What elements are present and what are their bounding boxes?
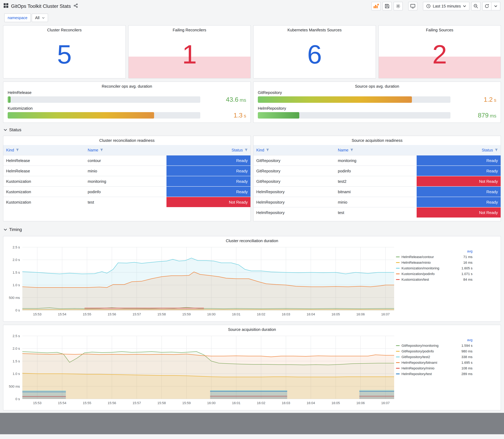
legend-item[interactable]: HelmRepository/minio 108 ms xyxy=(396,366,472,371)
table-row: HelmRelease minio Ready xyxy=(3,166,250,176)
status-badge: Not Ready xyxy=(417,207,501,218)
filter-icon[interactable] xyxy=(245,148,248,152)
legend-header: avg xyxy=(396,248,472,254)
dashboard-settings-button[interactable] xyxy=(393,2,403,10)
gear-icon xyxy=(396,4,400,8)
svg-text:16:00: 16:00 xyxy=(207,401,216,405)
refresh-icon xyxy=(485,4,489,8)
cell-kind: HelmRelease xyxy=(3,155,85,166)
page-title: GitOps Toolkit Cluster Stats xyxy=(11,3,71,9)
gauge-fill xyxy=(8,112,154,119)
table-row: HelmRepository minio Ready xyxy=(254,197,501,207)
status-badge: Ready xyxy=(417,197,501,207)
variable-selected-value: All xyxy=(35,15,39,20)
cell-name: monitoring xyxy=(85,176,166,186)
status-badge: Ready xyxy=(166,166,250,176)
gauge-label: HelmRelease xyxy=(8,90,246,95)
chart-legend: avg HelmRelease/contour 71 ms HelmReleas… xyxy=(396,248,472,318)
legend-item[interactable]: HelmRelease/contour 71 ms xyxy=(396,254,472,260)
stat-panel: Cluster Reconcilers 5 xyxy=(3,25,126,78)
gauge-label: HelmRepository xyxy=(258,106,496,111)
gauges-row: Reconciler ops avg. duration HelmRelease… xyxy=(3,82,501,123)
series-color-swatch xyxy=(396,273,400,274)
gauge-value: 1.3s xyxy=(200,112,246,119)
source-ops-panel: Source ops avg. duration GitRepository 1… xyxy=(253,82,501,123)
legend-item[interactable]: Kustomization/podinfo 1.071 s xyxy=(396,271,472,277)
series-name: Kustomization/test xyxy=(401,278,455,282)
legend-item[interactable]: Kustomization/test 84 ms xyxy=(396,277,472,282)
legend-item[interactable]: GitRepository/test2 338 ms xyxy=(396,354,472,360)
cell-name: test xyxy=(85,197,166,207)
cell-name: monitoring xyxy=(335,155,417,166)
legend-item[interactable]: HelmRelease/minio 16 ms xyxy=(396,260,472,265)
svg-text:1.5 s: 1.5 s xyxy=(12,359,20,363)
svg-text:15:53: 15:53 xyxy=(33,401,41,405)
series-color-swatch xyxy=(396,345,400,346)
cell-name: test xyxy=(335,207,417,218)
column-header-kind[interactable]: Kind xyxy=(254,145,335,155)
filter-icon[interactable] xyxy=(495,148,498,152)
series-name: HelmRepository/bitnami xyxy=(401,361,455,365)
legend-item[interactable]: HelmRepository/bitnami 1.695 s xyxy=(396,360,472,366)
cell-name: podinfo xyxy=(335,166,417,176)
refresh-button[interactable] xyxy=(482,2,492,10)
filter-icon[interactable] xyxy=(100,148,103,152)
column-header-kind[interactable]: Kind xyxy=(3,145,85,155)
svg-text:2.5 s: 2.5 s xyxy=(12,245,20,249)
series-color-swatch xyxy=(396,362,400,363)
row-toggle-status[interactable]: Status xyxy=(4,126,500,134)
filter-icon[interactable] xyxy=(266,148,269,152)
svg-text:2.0 s: 2.0 s xyxy=(12,347,20,350)
variable-value-dropdown[interactable]: All xyxy=(32,14,48,22)
cell-status: Not Ready xyxy=(417,207,501,218)
add-panel-button[interactable] xyxy=(371,2,381,10)
series-color-swatch xyxy=(396,356,400,357)
legend-avg-header[interactable]: avg xyxy=(455,249,472,253)
gauge-row: GitRepository 1.2s xyxy=(258,90,496,103)
time-range-picker[interactable]: Last 15 minutes xyxy=(423,2,469,10)
chevron-down-icon xyxy=(42,17,45,19)
clock-icon xyxy=(426,4,430,8)
status-badge: Ready xyxy=(417,155,501,166)
save-dashboard-button[interactable] xyxy=(382,2,392,10)
column-header-name[interactable]: Name xyxy=(85,145,166,155)
svg-text:16:02: 16:02 xyxy=(257,312,265,316)
gauge-value: 43.6ms xyxy=(200,96,246,103)
svg-text:16:06: 16:06 xyxy=(356,401,365,405)
cell-kind: Kustomization xyxy=(3,197,85,207)
refresh-interval-dropdown[interactable] xyxy=(491,2,500,10)
series-avg-value: 289 ms xyxy=(455,372,472,376)
series-avg-value: 1.695 s xyxy=(455,361,472,365)
legend-item[interactable]: Kustomization/monitoring 1.605 s xyxy=(396,265,472,271)
column-header-status[interactable]: Status xyxy=(417,145,501,155)
dashboard-grid-icon[interactable] xyxy=(4,3,8,9)
series-color-swatch xyxy=(396,374,400,374)
series-name: HelmRepository/minio xyxy=(401,366,455,370)
zoom-out-button[interactable] xyxy=(471,2,480,10)
legend-item[interactable]: GitRepository/podinfo 980 ms xyxy=(396,348,472,354)
legend-avg-header[interactable]: avg xyxy=(455,338,472,342)
dashboard-header: GitOps Toolkit Cluster Stats Last 15 min… xyxy=(0,0,504,12)
series-avg-value: 84 ms xyxy=(455,278,472,282)
chevron-down-icon xyxy=(463,5,466,7)
row-toggle-timing[interactable]: Timing xyxy=(4,226,500,233)
panel-title: Cluster reconciliation readiness xyxy=(3,136,250,144)
column-header-name[interactable]: Name xyxy=(335,145,417,155)
variable-label-namespace: namespace xyxy=(4,13,31,22)
source-acquisition-duration-panel: Source acquisition duration 0 s500 ms1.0… xyxy=(3,325,501,410)
cell-status: Not Ready xyxy=(417,176,501,186)
svg-text:15:54: 15:54 xyxy=(58,312,66,316)
tv-mode-button[interactable] xyxy=(408,2,418,10)
series-name: HelmRelease/minio xyxy=(401,261,455,265)
legend-item[interactable]: HelmRepository/test 289 ms xyxy=(396,371,472,377)
share-icon[interactable] xyxy=(74,3,78,9)
filter-icon[interactable] xyxy=(16,148,19,152)
stat-value: 1 xyxy=(129,25,251,78)
column-header-status[interactable]: Status xyxy=(166,145,250,155)
legend-item[interactable]: GitRepository/monitoring 1.594 s xyxy=(396,343,472,348)
gauge-fill xyxy=(258,112,299,119)
table-row: HelmRepository test Not Ready xyxy=(254,207,501,218)
svg-text:16:06: 16:06 xyxy=(356,312,365,316)
gauge-label: GitRepository xyxy=(258,90,496,95)
filter-icon[interactable] xyxy=(350,148,353,152)
